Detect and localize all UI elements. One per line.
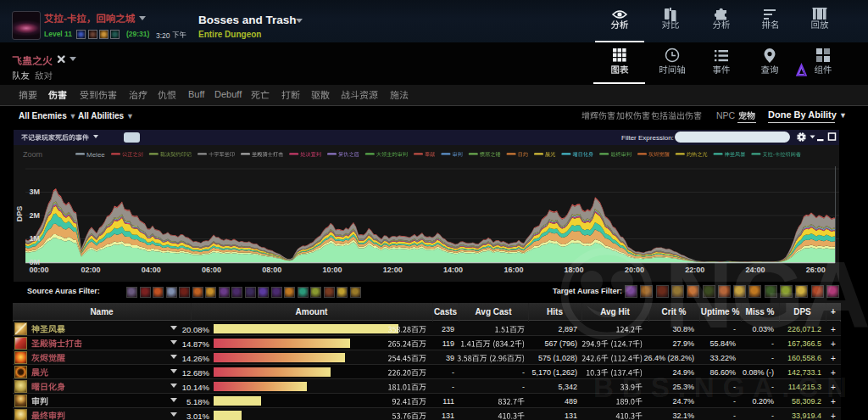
- svg-text:BBS.NGA.CN: BBS.NGA.CN: [593, 372, 855, 403]
- svg-text:NGA: NGA: [665, 242, 868, 348]
